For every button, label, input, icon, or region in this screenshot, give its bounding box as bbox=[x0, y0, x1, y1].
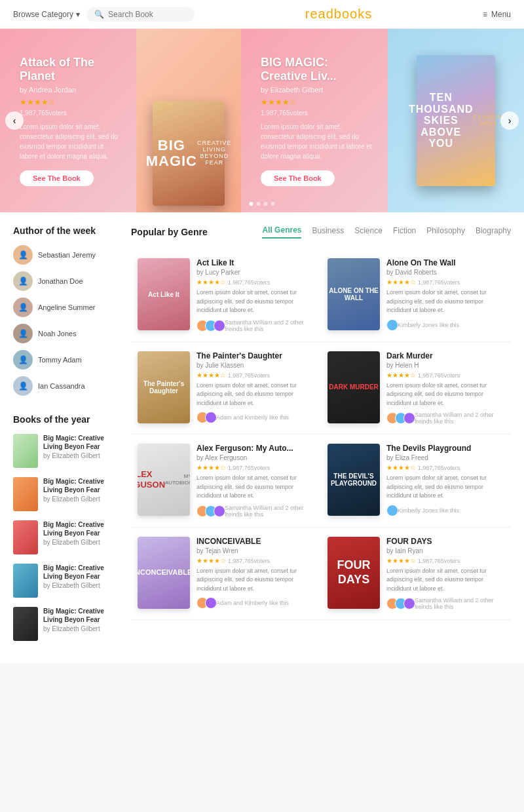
hero-slide-3-btn[interactable]: See The Book bbox=[261, 170, 335, 186]
hero-slide-3: BIG MAGIC: Creative Liv... by Elizabeth … bbox=[241, 29, 388, 212]
hero-slide-3-author: by Elizabeth Gilbert bbox=[261, 86, 375, 94]
author-item-1[interactable]: 👤 Jonathan Doe bbox=[13, 271, 118, 291]
book-cover-1: ALONE ON THE WALL bbox=[328, 258, 380, 330]
book-card-4[interactable]: ALEXFERGUSONMY AUTOBIOGRAPHY Alex Fergus… bbox=[131, 435, 321, 528]
book-cover-4: ALEXFERGUSONMY AUTOBIOGRAPHY bbox=[138, 444, 190, 516]
book-desc-5: Lorem ipsum dolor sit amet, conset tur a… bbox=[386, 474, 504, 501]
search-bar[interactable]: 🔍 bbox=[86, 7, 195, 22]
author-item-0[interactable]: 👤 Sebastian Jeremy bbox=[13, 245, 118, 265]
hero-slide-1-votes: 1,987,765voters bbox=[20, 109, 123, 117]
tab-biography[interactable]: Biography bbox=[476, 226, 511, 238]
hero-dot-3[interactable] bbox=[264, 202, 268, 206]
book-stars-3: ★★★★☆ 1,987,765voters bbox=[386, 372, 504, 379]
book-info-5: The Devils Playground by Eliza Freed ★★★… bbox=[386, 444, 504, 518]
book-cover-3: DARK MURDER bbox=[328, 351, 380, 423]
book-author-3: by Helen H bbox=[386, 362, 504, 369]
tab-all-genres[interactable]: All Genres bbox=[262, 225, 301, 239]
book-year-item-2[interactable]: Big Magic: Creative Living Beyon Fear by… bbox=[13, 520, 118, 554]
book-year-meta-3: Big Magic: Creative Living Beyon Fear by… bbox=[43, 564, 118, 598]
menu-button[interactable]: ≡ Menu bbox=[483, 10, 511, 19]
book-year-meta-4: Big Magic: Creative Living Beyon Fear by… bbox=[43, 607, 118, 641]
tab-fiction[interactable]: Fiction bbox=[393, 226, 416, 238]
hero-slide-1-author: by Andrea Jordan bbox=[20, 86, 123, 94]
book-year-thumb-3 bbox=[13, 564, 38, 598]
book-year-author-4: by Elizabeth Gilbert bbox=[43, 625, 118, 632]
book-year-author-0: by Elizabeth Gilbert bbox=[43, 452, 118, 459]
author-name-5: Ian Cassandra bbox=[38, 382, 85, 390]
hero-slide-1-btn[interactable]: See The Book bbox=[20, 170, 94, 186]
book-cover-5: THE DEVIL'S PLAYGROUND bbox=[328, 444, 380, 516]
author-item-5[interactable]: 👤 Ian Cassandra bbox=[13, 376, 118, 396]
book-year-thumb-1 bbox=[13, 477, 38, 511]
author-avatar-5: 👤 bbox=[13, 376, 33, 396]
book-card-7[interactable]: FOURDAYS FOUR DAYS by Iain Ryan ★★★★☆ 1,… bbox=[321, 528, 511, 621]
book-title-4: Alex Ferguson: My Auto... bbox=[196, 444, 314, 453]
book-year-author-2: by Elizabeth Gilbert bbox=[43, 539, 118, 546]
tab-science[interactable]: Science bbox=[354, 226, 383, 238]
author-of-week-title: Author of the week bbox=[13, 225, 118, 236]
book-desc-0: Lorem ipsum dolor sit amet, conset tur a… bbox=[196, 288, 314, 315]
hero-prev-button[interactable]: ‹ bbox=[5, 111, 24, 130]
tab-business[interactable]: Business bbox=[312, 226, 344, 238]
book-card-1[interactable]: ALONE ON THE WALL Alone On The Wall by D… bbox=[321, 249, 511, 342]
book-year-item-3[interactable]: Big Magic: Creative Living Beyon Fear by… bbox=[13, 564, 118, 598]
book-year-title-1: Big Magic: Creative Living Beyon Fear bbox=[43, 477, 118, 494]
hero-slide-3-content: BIG MAGIC: Creative Liv... by Elizabeth … bbox=[261, 56, 375, 186]
search-icon: 🔍 bbox=[94, 10, 104, 19]
book-title-2: The Painter's Daughter bbox=[196, 351, 314, 360]
book-info-3: Dark Murder by Helen H ★★★★☆ 1,987,765vo… bbox=[386, 351, 504, 425]
book-likes-7: Samantha William and 2 other freinds lik… bbox=[386, 597, 504, 610]
book-card-5[interactable]: THE DEVIL'S PLAYGROUND The Devils Playgr… bbox=[321, 435, 511, 528]
book-year-item-1[interactable]: Big Magic: Creative Living Beyon Fear by… bbox=[13, 477, 118, 511]
book-year-thumb-2 bbox=[13, 520, 38, 554]
book-likes-6: Adam and Kimberly like this bbox=[196, 597, 314, 609]
hero-slide-3-title: BIG MAGIC: Creative Liv... bbox=[261, 56, 375, 83]
book-year-title-3: Big Magic: Creative Living Beyon Fear bbox=[43, 564, 118, 581]
hero-slide-3-desc: Lorem ipsum dolor sit amet, consectetur … bbox=[261, 122, 375, 161]
navbar-left: Browse Category ▾ 🔍 bbox=[13, 7, 195, 22]
book-year-item-0[interactable]: Big Magic: Creative Living Beyon Fear by… bbox=[13, 434, 118, 468]
book-likes-2: Adam and Kimberly like this bbox=[196, 412, 314, 423]
author-name-3: Noah Jones bbox=[38, 330, 77, 338]
hero-slide-3-votes: 1,987,765voters bbox=[261, 109, 375, 117]
books-year-title: Books of the year bbox=[13, 414, 118, 425]
app-logo[interactable]: readbooks bbox=[305, 7, 372, 22]
book-title-5: The Devils Playground bbox=[386, 444, 504, 453]
author-item-2[interactable]: 👤 Angeline Summer bbox=[13, 298, 118, 317]
hero-slider: Attack of The Planet by Andrea Jordan ★★… bbox=[0, 29, 524, 212]
book-card-6[interactable]: INCONCEIVABLE! INCONCEIVABLE by Tejan Wr… bbox=[131, 528, 321, 621]
author-name-2: Angeline Summer bbox=[38, 303, 95, 311]
book-cover-0: Act Like It bbox=[138, 258, 190, 330]
book-title-7: FOUR DAYS bbox=[386, 537, 504, 546]
book-card-0[interactable]: Act Like It Act Like It by Lucy Parker ★… bbox=[131, 249, 321, 342]
author-avatar-4: 👤 bbox=[13, 350, 33, 370]
browse-category[interactable]: Browse Category ▾ bbox=[13, 10, 80, 19]
book-title-6: INCONCEIVABLE bbox=[196, 537, 314, 546]
hero-dots bbox=[250, 202, 275, 206]
book-author-1: by David Roberts bbox=[386, 269, 504, 276]
search-input[interactable] bbox=[108, 10, 187, 19]
genre-header: Popular by Genre All Genres Business Sci… bbox=[131, 225, 511, 239]
author-item-4[interactable]: 👤 Tommy Adam bbox=[13, 350, 118, 370]
author-avatar-1: 👤 bbox=[13, 271, 33, 291]
book-stars-1: ★★★★☆ 1,987,765voters bbox=[386, 279, 504, 286]
author-item-3[interactable]: 👤 Noah Jones bbox=[13, 324, 118, 343]
book-likes-1: Kimberly Jones like this bbox=[386, 319, 504, 331]
book-card-2[interactable]: The Painter's Daughter The Painter's Dau… bbox=[131, 342, 321, 435]
author-name-4: Tommy Adam bbox=[38, 356, 82, 364]
book-info-1: Alone On The Wall by David Roberts ★★★★☆… bbox=[386, 258, 504, 332]
hero-slide-2-cover: BIGMAGICCREATIVE LIVINGBEYOND FEAR bbox=[153, 101, 225, 206]
hero-dot-2[interactable] bbox=[257, 202, 261, 206]
hero-dot-4[interactable] bbox=[271, 202, 275, 206]
hero-next-button[interactable]: › bbox=[500, 111, 519, 130]
book-stars-6: ★★★★☆ 1,987,765voters bbox=[196, 557, 314, 564]
hero-dot-1[interactable] bbox=[250, 202, 253, 206]
book-author-5: by Eliza Freed bbox=[386, 454, 504, 461]
book-year-item-4[interactable]: Big Magic: Creative Living Beyon Fear by… bbox=[13, 607, 118, 641]
tab-philosophy[interactable]: Philosophy bbox=[426, 226, 465, 238]
chevron-down-icon: ▾ bbox=[76, 10, 80, 19]
book-info-4: Alex Ferguson: My Auto... by Alex Fergus… bbox=[196, 444, 314, 518]
book-desc-6: Lorem ipsum dolor sit amet, conset tur a… bbox=[196, 567, 314, 594]
genre-section-title: Popular by Genre bbox=[131, 227, 208, 237]
book-card-3[interactable]: DARK MURDER Dark Murder by Helen H ★★★★☆… bbox=[321, 342, 511, 435]
